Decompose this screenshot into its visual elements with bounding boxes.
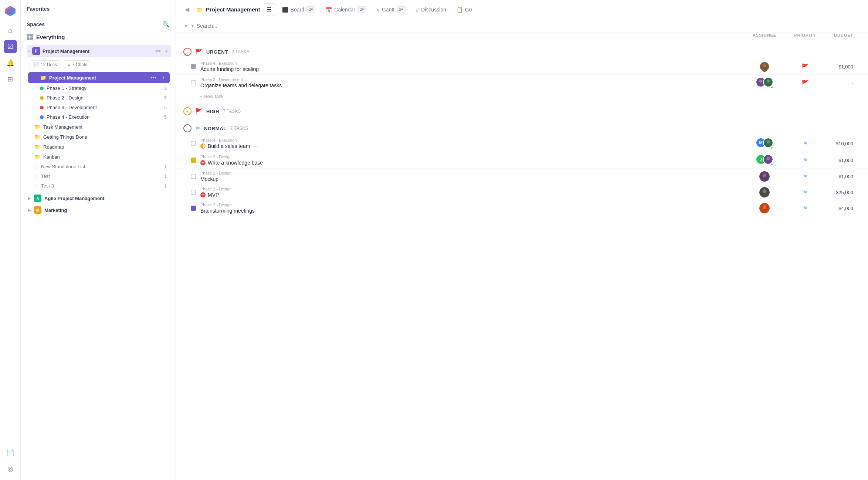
task-checkbox-5[interactable] [191, 174, 196, 179]
doc-icon: 📄 [34, 62, 39, 67]
folder-label-kanban: Kanban [43, 154, 60, 160]
task-group-urgent-header[interactable]: – 🚩 URGENT 2 TASKS [176, 45, 868, 59]
tasks-nav-icon[interactable]: ☑ [4, 40, 17, 53]
normal-collapse-btn[interactable]: – [183, 124, 191, 132]
task-checkbox-4[interactable] [191, 158, 196, 163]
breadcrumb-icon: 📁 [197, 7, 203, 13]
task-assignee-3: M [742, 138, 787, 149]
task-phase-4: Phase 2 - Design [200, 155, 742, 159]
task-row-organize-teams[interactable]: Phase 3 - Development Organize teams and… [176, 75, 868, 91]
space-actions-pm: ••• + [154, 47, 170, 55]
list-tab[interactable]: ☰ [262, 3, 276, 16]
task-checkbox-3[interactable] [191, 141, 196, 146]
list-item-project-management[interactable]: 📁 Project Management ••• + [28, 72, 170, 83]
discussion-tab[interactable]: # Discussion [411, 4, 451, 16]
board-tab[interactable]: ⬛ Board 2▾ [278, 3, 320, 16]
list-item-phase-2[interactable]: Phase 2 - Design 5 [28, 93, 170, 102]
avatar-3b [763, 138, 773, 149]
urgent-collapse-btn[interactable]: – [183, 48, 191, 56]
task-row-mockup[interactable]: Phase 2 - Design Mockup ⚑ $1,000 [176, 169, 868, 185]
gu-tab[interactable]: 📋 Gu [452, 4, 477, 16]
priority-flag-blue-3: ⚑ [803, 140, 808, 147]
online-dot-2 [770, 86, 773, 89]
app-logo[interactable] [4, 4, 17, 18]
gantt-tab-badge: 2▾ [397, 6, 406, 13]
agile-label: Agile Project Management [44, 196, 105, 201]
svg-point-4 [759, 80, 763, 83]
phase-1-label: Phase 1 - Strategy [47, 85, 161, 91]
doc-nav-icon[interactable]: 📄 [4, 446, 17, 459]
folder-task-management[interactable]: 📁 Task Management [28, 122, 170, 132]
space-header-project-management[interactable]: ▾ P Project Management ••• + [27, 45, 171, 57]
task-row-knowledge-base[interactable]: Phase 2 - Design Write a knowledge base … [176, 152, 868, 169]
standalone-icon-3: ◌ [34, 183, 38, 189]
task-info-1: Phase 4 - Execution Aquire funding for s… [200, 61, 742, 72]
pm-add-btn[interactable]: + [161, 74, 167, 81]
folder-icon-kanban: 📁 [34, 154, 40, 160]
space-more-btn[interactable]: ••• [154, 47, 162, 55]
list-item-phase-4[interactable]: Phase 4 - Execution 5 [28, 112, 170, 122]
chats-badge[interactable]: # 7 Chats [64, 60, 91, 69]
online-dot-4 [770, 163, 773, 166]
space-add-btn[interactable]: + [164, 47, 170, 55]
avatar-stack-4: J [756, 154, 773, 166]
grid-nav-icon[interactable]: ⊞ [4, 72, 17, 86]
sidebar-search-icon[interactable]: 🔍 [162, 21, 170, 28]
folder-kanban[interactable]: 📁 Kanban [28, 152, 170, 162]
sub-space-marketing[interactable]: ▶ M Marketing [22, 204, 174, 216]
task-group-normal-header[interactable]: – ⚑ NORMAL 7 TASKS [176, 121, 868, 135]
marketing-collapse-arrow: ▶ [28, 208, 31, 212]
task-row-aquire-funding[interactable]: Phase 4 - Execution Aquire funding for s… [176, 59, 868, 75]
task-checkbox-7[interactable] [191, 206, 196, 211]
filter-dropdown-arrow[interactable]: ▾ [191, 23, 194, 28]
pm-more-btn[interactable]: ••• [149, 74, 158, 81]
gantt-tab-label: Gantt [382, 7, 394, 13]
standalone-test-3[interactable]: ◌ Test 3 1 [28, 181, 170, 190]
home-nav-icon[interactable]: ⌂ [4, 24, 17, 37]
calendar-tab[interactable]: 📅 Calendar 2▾ [321, 3, 371, 16]
board-tab-badge: 2▾ [306, 6, 315, 13]
gantt-tab-icon: # [377, 7, 380, 13]
agile-avatar: A [34, 195, 41, 202]
avatar-stack-3: M [756, 138, 773, 149]
task-phase-2: Phase 3 - Development [200, 77, 742, 82]
folder-roadmap[interactable]: 📁 Roadmap [28, 142, 170, 152]
folder-label-task: Task Management [43, 124, 82, 130]
task-checkbox-1[interactable] [191, 64, 196, 69]
docs-badge[interactable]: 📄 12 Docs [30, 60, 61, 69]
top-nav: ◀ 📁 Project Management ☰ ⬛ Board 2▾ 📅 Ca… [176, 0, 868, 19]
task-group-high-header[interactable]: + 🚩 HIGH 7 TASKS [176, 104, 868, 118]
task-row-sales-team[interactable]: Phase 4 - Execution Build a sales team —… [176, 135, 868, 152]
gantt-tab[interactable]: # Gantt 2▾ [372, 3, 410, 16]
task-row-brainstorming[interactable]: Phase 2 - Design Brainstorming meetings … [176, 200, 868, 216]
folder-getting-things-done[interactable]: 📁 Getting Things Done [28, 132, 170, 142]
task-row-mvp[interactable]: Phase 2 - Design MVP ⚑ $25,00 [176, 185, 868, 200]
discussion-tab-icon: # [416, 7, 419, 13]
everything-item[interactable]: Everything [21, 31, 176, 43]
new-task-urgent[interactable]: + New task [176, 91, 868, 101]
board-tab-label: Board [291, 7, 304, 13]
task-name-1: Aquire funding for scaling [200, 66, 742, 72]
search-input[interactable] [197, 23, 861, 29]
task-checkbox-6[interactable] [191, 190, 196, 195]
filter-funnel-icon[interactable]: ▼ [183, 23, 189, 29]
phase-4-count: 5 [164, 115, 167, 120]
project-management-space: ▾ P Project Management ••• + 📄 12 Docs #… [21, 43, 176, 192]
task-priority-2: 🚩 [787, 80, 824, 87]
list-item-phase-1[interactable]: Phase 1 - Strategy 2 [28, 84, 170, 93]
sub-space-agile[interactable]: ▶ A Agile Project Management [22, 193, 174, 204]
standalone-test[interactable]: ◌ Test 1 [28, 172, 170, 181]
bell-nav-icon[interactable]: 🔔 [4, 56, 17, 70]
list-item-phase-3[interactable]: Phase 3 - Development 5 [28, 103, 170, 112]
task-name-text-6: MVP [208, 192, 219, 198]
standalone-count-3: 1 [164, 183, 167, 189]
column-headers: ASSIGNEE PRIORITY BUDGET [176, 33, 868, 37]
task-checkbox-2[interactable] [191, 80, 196, 85]
hash-icon: # [68, 62, 71, 67]
sidebar-toggle-btn[interactable]: ◀ [182, 3, 192, 16]
radio-nav-icon[interactable]: ◎ [4, 462, 17, 476]
sidebar-spaces-header: Spaces 🔍 [21, 15, 176, 31]
discussion-tab-label: Discussion [421, 7, 446, 13]
high-collapse-btn[interactable]: + [183, 107, 191, 115]
standalone-new-list[interactable]: ◌ New Standalone List 1 [28, 162, 170, 171]
